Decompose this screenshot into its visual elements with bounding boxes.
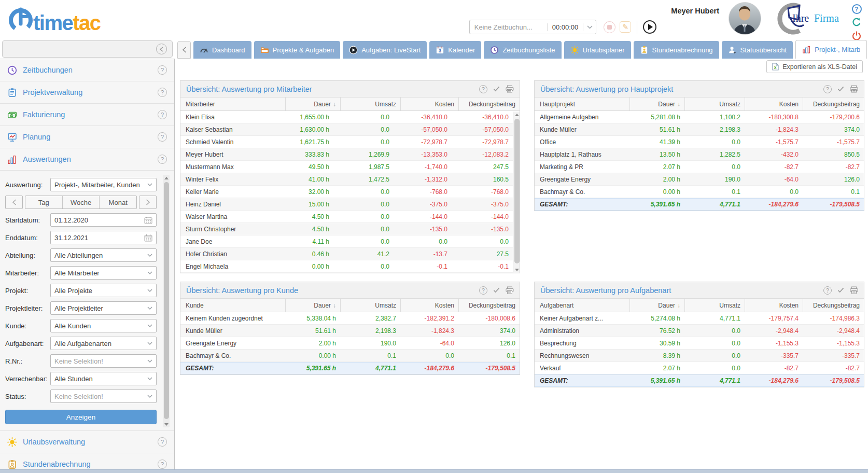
column-header[interactable]: Kosten xyxy=(400,98,458,110)
table-row[interactable]: Meyer Hubert333.83 h1,269.9-13,353.0-12,… xyxy=(180,148,520,161)
column-header[interactable]: Deckungsbeitrag xyxy=(803,98,864,110)
table-row[interactable]: Hofer Christian0.46 h41.2-13.727.5 xyxy=(180,248,520,260)
auswertung-select[interactable]: Projekt-, Mitarbeiter, Kunden xyxy=(50,178,157,191)
scrollbar-thumb[interactable] xyxy=(164,182,169,419)
help-icon[interactable]: ? xyxy=(158,132,167,142)
column-header[interactable]: Kosten xyxy=(400,299,458,312)
tab-stundenabrechnung[interactable]: Stundenabrechnung xyxy=(634,41,719,59)
column-header[interactable]: Dauer↓ xyxy=(629,98,684,110)
tab-urlaubsplaner[interactable]: Urlaubsplaner xyxy=(564,41,631,59)
help-icon[interactable]: ? xyxy=(479,85,487,93)
check-icon[interactable] xyxy=(837,86,844,92)
filter-date-input[interactable]: 31.12.2021 xyxy=(50,231,157,244)
table-row[interactable]: Winter Felix41.00 h1,472.5-1,312.0160.5 xyxy=(180,173,520,186)
column-header[interactable]: Hauptprojekt xyxy=(535,98,629,110)
help-icon[interactable]: ? xyxy=(158,155,167,164)
filter-select[interactable]: Alle Stunden xyxy=(50,372,157,385)
period-woche-button[interactable]: Woche xyxy=(63,196,100,208)
table-row[interactable]: Greengate Energy2.00 h190.0-64.0126.0 xyxy=(180,337,520,350)
sidebar-item-planung[interactable]: Planung ? xyxy=(0,126,174,148)
filter-select[interactable]: Alle Projektleiter xyxy=(50,301,157,315)
filter-select[interactable]: Alle Aufgabenarten xyxy=(50,337,157,350)
table-row[interactable]: Kunde Müller51.61 h2,198.3-1,824.3374.0 xyxy=(180,325,520,337)
check-icon[interactable] xyxy=(493,86,500,92)
table-row[interactable]: Bachmayr & Co.0.00 h0.10.00.1 xyxy=(180,350,520,362)
sidebar-scrollbar[interactable] xyxy=(163,175,170,427)
check-icon[interactable] xyxy=(493,287,500,293)
column-header[interactable]: Umsatz xyxy=(340,299,400,312)
play-button[interactable] xyxy=(643,20,656,34)
help-icon[interactable]: ? xyxy=(158,110,167,119)
refresh-icon[interactable] xyxy=(851,17,862,27)
help-icon[interactable]: ? xyxy=(823,286,832,295)
column-header[interactable]: Kosten xyxy=(745,98,803,110)
table-row[interactable]: Marketing & PR2.07 h0.0-82.7-82.7 xyxy=(535,161,864,173)
table-row[interactable]: Kunde Müller51.61 h2,198.3-1,824.3374.0 xyxy=(535,123,864,136)
filter-select[interactable]: Alle Projekte xyxy=(50,284,157,297)
filter-select[interactable]: Keine Selektion! xyxy=(50,389,157,403)
table-row[interactable]: Klein Elisa1,655.00 h0.0-36,410.0-36,410… xyxy=(180,111,520,123)
tab-zeitbuchungsliste[interactable]: Zeitbuchungsliste xyxy=(484,41,561,59)
table-row[interactable]: Rechnungswesen8.39 h0.0-335.7-335.7 xyxy=(535,350,864,362)
scroll-down-icon[interactable] xyxy=(163,421,170,427)
column-header[interactable]: Dauer↓ xyxy=(285,98,340,110)
sidebar-item-fakturierung[interactable]: $ Fakturierung ? xyxy=(0,104,174,126)
sidebar-item-projektverwaltung[interactable]: Projektverwaltung ? xyxy=(0,81,174,104)
table-row[interactable]: Keinem Kunden zugeordnet5,338.04 h2,382.… xyxy=(180,312,520,325)
table-row[interactable]: Besprechung30.59 h0.0-1,155.3-1,155.3 xyxy=(535,337,864,350)
sidebar-item-zeitbuchungen[interactable]: Zeitbuchungen ? xyxy=(0,59,174,81)
user-name[interactable]: Meyer Hubert xyxy=(671,7,719,15)
next-period-button[interactable] xyxy=(139,196,157,209)
check-icon[interactable] xyxy=(837,287,844,293)
column-header[interactable]: Dauer↓ xyxy=(285,299,340,312)
column-header[interactable]: Umsatz xyxy=(340,98,400,110)
sidebar-item-urlaubsverwaltung[interactable]: Urlaubsverwaltung ? xyxy=(0,431,174,453)
sidebar-item-auswertungen[interactable]: Auswertungen ? xyxy=(0,148,174,171)
table-row[interactable]: Bachmayr & Co.0.00 h0.10.00.1 xyxy=(535,186,864,198)
column-header[interactable]: Deckungsbeitrag xyxy=(458,299,520,312)
column-header[interactable]: Kosten xyxy=(745,299,803,312)
column-header[interactable]: Kunde xyxy=(180,299,285,312)
tab-projekte-aufgaben[interactable]: Projekte & Aufgaben xyxy=(254,41,341,59)
table-row[interactable]: Office41.39 h0.0-1,575.7-1,575.7 xyxy=(535,136,864,148)
table-row[interactable]: Verkauf2.07 h0.0-82.7-82.7 xyxy=(535,362,864,374)
table-row[interactable]: Heinz Daniel15.00 h0.0-375.0-375.0 xyxy=(180,198,520,211)
scroll-down-icon[interactable] xyxy=(513,267,520,273)
tab-kalender[interactable]: 3 Kalender xyxy=(429,41,481,59)
chevron-down-icon[interactable] xyxy=(583,25,596,29)
table-row[interactable]: Greengate Energy2.00 h190.0-64.0126.0 xyxy=(535,173,864,186)
table-row[interactable]: Administration76.52 h0.0-2,948.4-2,948.4 xyxy=(535,325,864,337)
table-row[interactable]: Hauptplatz 1, Rathaus13.50 h1,282.5-432.… xyxy=(535,148,864,161)
column-header[interactable]: Mitarbeiter xyxy=(180,98,285,110)
column-header[interactable]: Umsatz xyxy=(684,299,745,312)
column-header[interactable]: Umsatz xyxy=(684,98,745,110)
edit-icon[interactable]: ✎ xyxy=(620,21,631,33)
column-header[interactable]: Deckungsbeitrag xyxy=(803,299,864,312)
filter-select[interactable]: Alle Kunden xyxy=(50,319,157,332)
filter-select[interactable]: Alle Abteilungen xyxy=(50,248,157,262)
collapse-sidebar-icon[interactable] xyxy=(156,44,167,54)
tab-dashboard[interactable]: Dashboard xyxy=(193,41,251,59)
column-header[interactable]: Dauer↓ xyxy=(629,299,684,312)
table-row[interactable]: Sturm Christopher4.50 h0.0-135.0-135.0 xyxy=(180,223,520,235)
table-row[interactable]: Keiner Aufgabenart z...5,274.08 h4,771.1… xyxy=(535,312,864,325)
sidebar-item-stundenabrechnung[interactable]: Stundenabrechnung ? xyxy=(0,453,174,469)
anzeigen-button[interactable]: Anzeigen xyxy=(5,410,157,424)
table-row[interactable]: Schmied Valentin1,621.75 h0.0-72,978.7-7… xyxy=(180,136,520,148)
help-icon[interactable]: ? xyxy=(823,85,832,93)
avatar[interactable] xyxy=(729,2,761,35)
help-icon[interactable]: ? xyxy=(158,460,167,469)
help-icon[interactable]: ? xyxy=(158,437,167,447)
table-row[interactable]: Jane Doe4.11 h0.00.00.0 xyxy=(180,235,520,248)
period-monat-button[interactable]: Monat xyxy=(100,196,136,208)
filter-date-input[interactable]: 01.12.2020 xyxy=(50,213,157,227)
scroll-up-icon[interactable] xyxy=(163,175,170,181)
stop-icon[interactable] xyxy=(604,21,615,33)
table-row[interactable]: Walser Martina4.50 h0.0-144.0-144.0 xyxy=(180,211,520,223)
printer-icon[interactable] xyxy=(506,85,514,93)
tab-scroll-left-button[interactable] xyxy=(177,41,191,59)
help-icon[interactable]: ? xyxy=(158,65,167,75)
period-tag-button[interactable]: Tag xyxy=(25,196,63,208)
printer-icon[interactable] xyxy=(506,286,514,294)
help-icon[interactable]: ? xyxy=(158,88,167,97)
